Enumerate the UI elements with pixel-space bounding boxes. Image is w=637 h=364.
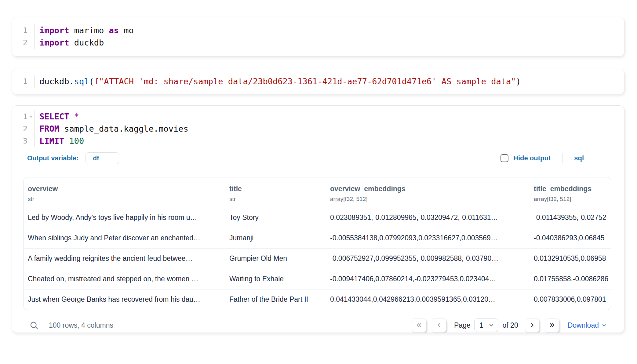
code-cell-imports: 1 2 import marimo as mo import duckdb — [12, 17, 624, 56]
table-row: A family wedding reignites the ancient f… — [24, 248, 611, 269]
line-number-gutter: 1 2 — [12, 24, 35, 49]
column-type: str — [229, 196, 326, 202]
cell-title: Father of the Bride Part II — [225, 289, 326, 310]
cell-output: overview str title str overview_embeddin… — [12, 167, 624, 333]
property-token: sql — [74, 77, 89, 86]
line-number: 1 — [23, 111, 27, 123]
table-row: Led by Woody, Andy's toys live happily i… — [24, 207, 611, 228]
column-type: array[f32, 512] — [534, 196, 611, 202]
cell-title-embeddings: 0.007833006,0.097801 — [530, 289, 611, 310]
line-number-gutter: 1 — [12, 75, 35, 88]
cell-title: Grumpier Old Men — [225, 248, 326, 269]
code-token: sample_data.kaggle.movies — [59, 124, 188, 133]
hide-output-checkbox[interactable] — [500, 154, 508, 162]
search-icon[interactable] — [29, 321, 38, 330]
cell-editor[interactable]: 1 2 import marimo as mo import duckdb — [12, 17, 624, 56]
hide-output-label[interactable]: Hide output — [513, 154, 551, 162]
cell-title: Toy Story — [225, 207, 326, 228]
last-page-button[interactable] — [545, 318, 559, 333]
cell-title: Waiting to Exhale — [225, 269, 326, 289]
line-number: 1 — [23, 24, 27, 37]
table-row: Cheated on, mistreated and stepped on, t… — [24, 269, 611, 289]
cell-editor[interactable]: 1 2 3 SELECT * FROM sample_data.kaggle.m… — [12, 106, 624, 149]
cell-title-embeddings: 0.0132910535,0.06958 — [530, 248, 611, 269]
keyword-token: FROM — [39, 124, 59, 133]
language-toggle[interactable]: sql — [574, 154, 584, 162]
output-variable-label: Output variable: — [27, 154, 79, 162]
cell-title-embeddings: -0.040386293,0.06845 — [530, 228, 611, 248]
chevron-left-icon — [435, 322, 443, 329]
chevron-right-icon — [528, 322, 536, 329]
keyword-token: import — [39, 38, 69, 47]
code-line: LIMIT 100 — [39, 135, 188, 147]
line-number: 3 — [23, 135, 27, 147]
cell-title: Jumanji — [225, 228, 326, 248]
code-token: . — [69, 77, 74, 86]
cell-overview-embeddings: -0.006752927,0.099952355,-0.009982588,-0… — [326, 248, 530, 269]
output-table-card: overview str title str overview_embeddin… — [23, 177, 611, 310]
keyword-token: LIMIT — [39, 136, 64, 146]
table-header-row: overview str title str overview_embeddin… — [24, 177, 611, 207]
previous-page-button[interactable] — [432, 318, 446, 333]
page-select[interactable]: 1 — [474, 318, 498, 332]
code-area: SELECT * FROM sample_data.kaggle.movies … — [35, 111, 188, 147]
download-label: Download — [568, 321, 599, 329]
column-name: overview — [28, 185, 225, 193]
keyword-token: as — [109, 26, 119, 35]
output-table: overview str title str overview_embeddin… — [24, 177, 611, 310]
code-area: import marimo as mo import duckdb — [35, 24, 134, 49]
output-variable-input[interactable] — [86, 152, 119, 164]
number-token: 100 — [64, 136, 84, 146]
operator-token: * — [69, 112, 79, 121]
code-token: ) — [516, 77, 521, 86]
notebook: 1 2 import marimo as mo import duckdb 1 … — [0, 0, 637, 333]
table-row: Just when George Banks has recovered fro… — [24, 289, 611, 310]
code-area: duckdb.sql(f"ATTACH 'md:_share/sample_da… — [35, 75, 521, 88]
column-name: overview_embeddings — [330, 185, 530, 193]
table-footer: 100 rows, 4 columns Page 1 of 20 — [23, 318, 611, 333]
code-line: import marimo as mo — [39, 24, 134, 37]
column-header-title[interactable]: title str — [225, 177, 326, 207]
keyword-token: SELECT — [39, 112, 69, 121]
first-page-button[interactable] — [412, 318, 426, 333]
cell-overview: When siblings Judy and Peter discover an… — [24, 228, 225, 248]
cell-title-embeddings: -0.011439355,-0.02752 — [530, 207, 611, 228]
column-header-overview[interactable]: overview str — [24, 177, 225, 207]
table-row: When siblings Judy and Peter discover an… — [24, 228, 611, 248]
keyword-token: import — [39, 26, 69, 35]
column-header-overview-embeddings[interactable]: overview_embeddings array[f32, 512] — [326, 177, 530, 207]
column-type: array[f32, 512] — [330, 196, 530, 202]
line-number: 2 — [23, 37, 27, 49]
line-number-gutter: 1 2 3 — [12, 111, 35, 147]
toolbar-divider — [562, 153, 562, 163]
code-line: duckdb.sql(f"ATTACH 'md:_share/sample_da… — [39, 75, 521, 88]
code-token: duckdb — [39, 77, 69, 86]
next-page-button[interactable] — [525, 318, 539, 333]
code-cell-attach: 1 duckdb.sql(f"ATTACH 'md:_share/sample_… — [12, 69, 624, 94]
cell-overview: Just when George Banks has recovered fro… — [24, 289, 225, 310]
column-name: title_embeddings — [534, 185, 611, 193]
page-total: of 20 — [503, 321, 518, 329]
cell-overview-embeddings: -0.009417406,0.07860214,-0.023279453,0.0… — [326, 269, 530, 289]
row-count-summary: 100 rows, 4 columns — [49, 321, 113, 329]
page-label: Page — [454, 321, 471, 329]
chevron-down-icon — [488, 322, 494, 328]
column-name: title — [229, 185, 326, 193]
chevron-down-icon — [601, 322, 607, 328]
double-chevron-right-icon — [548, 322, 555, 329]
cell-overview-embeddings: 0.041433044,0.042966213,0.0039591365,0.0… — [326, 289, 530, 310]
column-type: str — [28, 196, 225, 202]
column-header-title-embeddings[interactable]: title_embeddings array[f32, 512] — [530, 177, 611, 207]
cell-overview-embeddings: -0.0055384138,0.07992093,0.023316627,0.0… — [326, 228, 530, 248]
code-token: ( — [89, 77, 94, 86]
cell-overview: Cheated on, mistreated and stepped on, t… — [24, 269, 225, 289]
code-token: marimo — [69, 26, 109, 35]
code-token: mo — [119, 26, 134, 35]
cell-overview: Led by Woody, Andy's toys live happily i… — [24, 207, 225, 228]
fold-chevron-icon[interactable] — [27, 111, 34, 123]
code-line: import duckdb — [39, 37, 134, 49]
cell-editor[interactable]: 1 duckdb.sql(f"ATTACH 'md:_share/sample_… — [12, 69, 624, 94]
download-button[interactable]: Download — [568, 321, 607, 329]
cell-overview-embeddings: 0.023089351,-0.012809965,-0.03209472,-0.… — [326, 207, 530, 228]
code-line: FROM sample_data.kaggle.movies — [39, 123, 188, 135]
